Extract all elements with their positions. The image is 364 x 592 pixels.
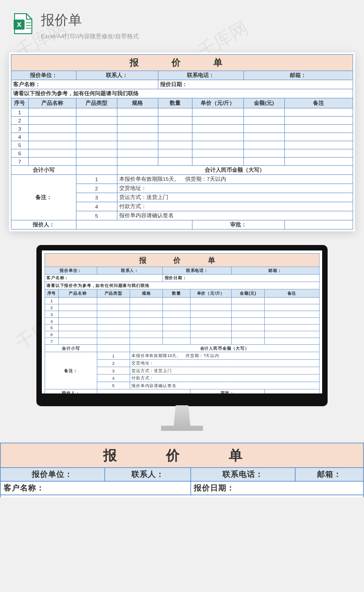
table-row: 3 — [45, 311, 319, 318]
table-row: 6 — [45, 331, 319, 338]
remark-text: 付款方式： — [117, 202, 353, 211]
col-amount: 金额(元) — [243, 98, 284, 108]
column-headers: 序号 产品名称 产品类型 规格 数量 单价（元/斤） 金额(元) 备注 — [11, 98, 353, 108]
col-name: 产品名称 — [28, 98, 76, 108]
row-seq: 4 — [45, 317, 58, 324]
table-row: 3 — [11, 125, 353, 133]
remark-num: 1 — [97, 352, 130, 359]
table-row: 1 — [45, 297, 319, 304]
lbl-client: 客户名称： — [0, 481, 191, 495]
page-subtitle: Excel/A4打印/内容随意修改/自带格式 — [41, 32, 139, 41]
col-type: 产品类型 — [97, 289, 130, 297]
monitor-stand — [161, 405, 203, 431]
remark-num: 2 — [97, 359, 130, 367]
page-header: X 报价单 Excel/A4打印/内容随意修改/自带格式 — [0, 0, 364, 48]
row-seq: 6 — [45, 331, 58, 338]
remarks-label: 备注： — [45, 352, 97, 389]
col-spec: 规格 — [117, 98, 158, 108]
template-preview-main: 报 价 单 报价单位： 联系人： 联系电话： 邮箱： 客户名称： 报价日期： 请… — [9, 52, 355, 231]
lbl-approve: 审批： — [192, 220, 284, 230]
template-preview-zoom: 报 价 单 报价单位： 联系人： 联系电话： 邮箱： 客户名称： 报价日期： 请… — [0, 443, 364, 497]
remark-num: 1 — [76, 175, 117, 184]
remark-text: 报价单内容请确认签名 — [117, 211, 353, 220]
row-seq: 5 — [11, 141, 29, 149]
remark-num: 4 — [76, 202, 117, 211]
lbl-client: 客户名称： — [11, 80, 158, 89]
lbl-contact: 联系人： — [105, 468, 191, 481]
remark-num: 4 — [97, 374, 130, 382]
row-seq: 2 — [45, 304, 58, 311]
svg-text:X: X — [17, 20, 21, 28]
lbl-quote-unit: 报价单位： — [45, 267, 97, 274]
row-seq: 1 — [45, 297, 58, 304]
row-seq: 5 — [45, 324, 58, 331]
remark-text: 报价单内容请确认签名 — [130, 382, 319, 389]
row-seq: 1 — [11, 108, 29, 117]
table-row: 6 — [11, 149, 353, 158]
col-seq: 序号 — [45, 289, 58, 297]
sheet-title: 报 价 单 — [0, 443, 364, 468]
lbl-quoter: 报价人： — [11, 220, 76, 230]
col-qty: 数量 — [158, 98, 192, 108]
quote-table-zoom: 报 价 单 报价单位： 联系人： 联系电话： 邮箱： 客户名称： 报价日期： 请… — [0, 443, 364, 497]
col-price: 单价（元/斤） — [190, 289, 232, 297]
note-line: 请看以下报价作为参考，如有任何问题请与我们联络 — [45, 282, 319, 289]
quote-table-monitor: 报 价 单 报价单位： 联系人： 联系电话： 邮箱： 客户名称： 报价日期： 请… — [45, 253, 319, 393]
excel-file-icon: X — [14, 13, 33, 35]
lbl-email: 邮箱： — [243, 71, 353, 80]
sheet-title: 报 价 单 — [45, 253, 319, 267]
row-seq: 3 — [45, 311, 58, 318]
lbl-date: 报价日期： — [158, 80, 353, 89]
table-row: 5 — [45, 324, 319, 331]
note-line: 请看以下报价作为参考，如有任何问题请与我们联络 — [11, 89, 353, 98]
table-row: 5 — [11, 141, 353, 149]
col-remark: 备注 — [284, 98, 353, 108]
lbl-quote-unit: 报价单位： — [11, 71, 76, 80]
remark-text: 货运方式：送货上门 — [117, 193, 353, 202]
remark-text: 货运方式：送货上门 — [130, 367, 319, 374]
sheet-title: 报 价 单 — [11, 55, 353, 71]
col-price: 单价（元/斤） — [192, 98, 243, 108]
subtotal-small: 合计小写 — [45, 344, 97, 352]
lbl-contact: 联系人： — [76, 71, 158, 80]
table-row: 2 — [11, 117, 353, 125]
table-row: 1 — [11, 108, 353, 117]
lbl-quote-unit: 报价单位： — [0, 468, 105, 481]
remark-text: 交货地址： — [117, 184, 353, 193]
col-spec: 规格 — [130, 289, 162, 297]
row-seq: 3 — [11, 125, 29, 133]
row-seq: 7 — [11, 158, 29, 166]
remark-num: 3 — [97, 367, 130, 374]
remarks-label: 备注： — [11, 175, 76, 220]
lbl-email: 邮箱： — [295, 468, 364, 481]
col-remark: 备注 — [264, 289, 319, 297]
row-seq: 6 — [11, 149, 29, 158]
subtotal-big: 合计人民币金额（大写） — [117, 166, 353, 175]
subtotal-small: 合计小写 — [11, 166, 76, 175]
col-type: 产品类型 — [76, 98, 117, 108]
col-name: 产品名称 — [59, 289, 97, 297]
subtotal-big: 合计人民币金额（大写） — [130, 344, 319, 352]
col-seq: 序号 — [11, 98, 29, 108]
row-seq: 4 — [11, 133, 29, 141]
lbl-phone: 联系电话： — [191, 468, 295, 481]
lbl-date: 报价日期： — [191, 481, 364, 495]
note-line: 请看以下报价作为参考，如有任何问题请与我们联络 — [0, 495, 364, 497]
monitor-mockup: 报 价 单 报价单位： 联系人： 联系电话： 邮箱： 客户名称： 报价日期： 请… — [0, 245, 364, 431]
remark-num: 2 — [76, 184, 117, 193]
table-row: 7 — [11, 158, 353, 166]
remark-num: 5 — [97, 382, 130, 389]
page-title: 报价单 — [41, 11, 139, 30]
remark-text: 交货地址： — [130, 359, 319, 367]
lbl-phone: 联系电话： — [163, 267, 232, 274]
remark-num: 5 — [76, 211, 117, 220]
lbl-contact: 联系人： — [97, 267, 163, 274]
table-row: 2 — [45, 304, 319, 311]
lbl-client: 客户名称： — [45, 274, 162, 281]
col-amount: 金额(元) — [232, 289, 264, 297]
table-row: 7 — [45, 338, 319, 345]
lbl-quoter: 报价人： — [45, 389, 97, 393]
table-row: 4 — [11, 133, 353, 141]
table-row: 4 — [45, 317, 319, 324]
lbl-approve: 审批： — [190, 389, 264, 393]
